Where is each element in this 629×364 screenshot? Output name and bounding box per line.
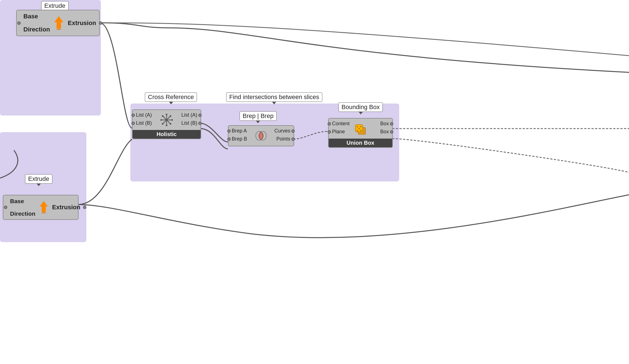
port-box-1: Box [380, 121, 391, 127]
holistic-node[interactable]: List (A) List (B) [132, 109, 201, 139]
port-list-b-left: List (B) [134, 120, 157, 126]
svg-point-9 [166, 114, 167, 115]
extrusion-icon-top [53, 16, 65, 30]
brep-intersection-icon [255, 130, 267, 142]
port-box-2: Box [380, 129, 391, 135]
extrusion-right-label-top: Extrusion [68, 19, 96, 27]
svg-point-15 [162, 123, 164, 125]
port-dot-curves [291, 129, 295, 133]
port-dot-list-b-left [131, 122, 135, 125]
svg-point-13 [162, 115, 164, 117]
svg-point-10 [166, 125, 167, 126]
holistic-icon [159, 112, 174, 128]
brepbrep-icon [253, 128, 269, 144]
port-dot-box1 [390, 122, 393, 126]
extrusion-right-label-bottom: Extrusion [52, 204, 80, 211]
crosshair-icon [160, 114, 173, 126]
svg-point-23 [359, 128, 360, 129]
port-dot-brep-a [227, 129, 231, 133]
unionbox-icon [353, 121, 368, 136]
holistic-ports: List (A) List (B) [133, 110, 201, 130]
base-extrusion-top-node[interactable]: Base Direction Extrusion [16, 10, 100, 36]
svg-point-16 [170, 123, 171, 125]
base-extrusion-bottom-node[interactable]: Base Direction Extrusion [3, 195, 79, 220]
port-dot-list-b-right [198, 122, 202, 125]
port-plane: Plane [330, 129, 351, 135]
port-brep-b: Brep B [230, 136, 252, 142]
port-dot-left-top [17, 21, 21, 25]
port-dot-list-a-left [131, 114, 135, 117]
port-dot-content [328, 122, 331, 126]
unionbox-footer: Union Box [329, 139, 392, 147]
svg-point-12 [171, 119, 173, 121]
direction-label-bottom: Direction [10, 210, 35, 217]
unionbox-node[interactable]: Content Plane [328, 118, 393, 148]
svg-point-22 [357, 126, 358, 127]
svg-point-11 [160, 119, 162, 121]
extrusion-left-labels-top: Base Direction [23, 10, 50, 36]
brepbrep-node[interactable]: Brep A Brep B Curves Points [228, 125, 294, 146]
extrusion-icon-bottom [38, 201, 49, 214]
brepbrep-ports: Brep A Brep B Curves Points [228, 126, 294, 146]
port-dot-box2 [390, 130, 393, 134]
port-dot-brep-b [227, 137, 231, 141]
port-brep-a: Brep A [230, 128, 252, 134]
holistic-right-ports: List (A) List (B) [176, 112, 199, 128]
port-dot-list-a-right [198, 114, 202, 117]
svg-point-14 [170, 115, 171, 117]
tooltip-bounding-box: Bounding Box [338, 102, 383, 112]
svg-marker-1 [54, 16, 63, 22]
direction-label-top: Direction [23, 26, 50, 33]
port-curves: Curves [274, 128, 292, 134]
unionbox-left-ports: Content Plane [330, 121, 351, 136]
holistic-footer: Holistic [133, 130, 201, 139]
svg-point-25 [360, 126, 362, 127]
svg-point-26 [357, 130, 358, 131]
unionbox-right-ports: Box Box [370, 121, 391, 136]
base-label-top: Base [23, 13, 50, 20]
port-list-b-right: List (B) [181, 120, 199, 126]
unionbox-ports: Content Plane [329, 119, 392, 139]
tooltip-extrude-top: Extrude [41, 1, 69, 11]
tooltip-cross-reference: Cross Reference [145, 92, 197, 102]
svg-point-24 [360, 130, 362, 131]
cube-icon [354, 122, 367, 135]
port-dot-plane [328, 130, 331, 134]
port-points: Points [276, 136, 292, 142]
svg-rect-27 [42, 206, 46, 212]
base-label-bottom: Base [10, 198, 35, 205]
port-content: Content [330, 121, 351, 127]
port-list-a-left: List (A) [134, 112, 157, 118]
tooltip-find-intersections: Find intersections between slices [226, 92, 322, 102]
extrusion-left-labels-bottom: Base Direction [10, 195, 35, 219]
port-list-a-right: List (A) [181, 112, 199, 118]
brepbrep-left-ports: Brep A Brep B [230, 128, 252, 144]
tooltip-extrude-bottom: Extrude [25, 174, 52, 184]
port-dot-points [291, 137, 295, 141]
tooltip-brep-brep: Brep | Brep [240, 111, 277, 121]
port-dot-left-bottom [4, 206, 7, 209]
left-bottom-group [0, 132, 86, 242]
port-dot-right-top [99, 21, 102, 25]
svg-rect-0 [57, 22, 61, 28]
svg-marker-28 [40, 201, 48, 206]
brepbrep-right-ports: Curves Points [270, 128, 292, 144]
holistic-left-ports: List (A) List (B) [134, 112, 157, 128]
